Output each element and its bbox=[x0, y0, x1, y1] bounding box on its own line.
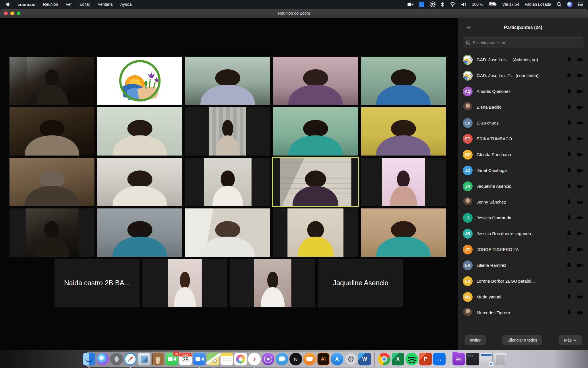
siri-icon[interactable] bbox=[567, 2, 572, 7]
menubar-clock[interactable]: Vie 17:54 bbox=[502, 2, 519, 7]
participant-row[interactable]: JR Jessica Rocafuerte segundo... bbox=[458, 226, 588, 241]
menu-ventana[interactable]: Ventana bbox=[98, 2, 113, 7]
control-list-icon[interactable] bbox=[578, 2, 583, 6]
dock-calendar-icon[interactable]: AGO 28 bbox=[179, 353, 192, 365]
participant-row[interactable]: J Jessica Guaranda bbox=[458, 210, 588, 226]
dock-music-icon[interactable]: ♪ bbox=[248, 353, 261, 365]
participant-row[interactable]: My Maria yagual bbox=[458, 289, 588, 305]
dock-launchpad-icon[interactable] bbox=[110, 353, 123, 365]
dock-books-icon[interactable] bbox=[303, 353, 316, 365]
volume-status-icon[interactable] bbox=[461, 2, 467, 7]
invite-button[interactable]: Invitar bbox=[465, 335, 486, 345]
participant-row[interactable]: LB Lorena Borbor 2BGU paralel... bbox=[458, 273, 588, 289]
dock-separator[interactable] bbox=[449, 352, 449, 367]
dock-photos-icon[interactable] bbox=[234, 353, 247, 365]
bluetooth-status-icon[interactable] bbox=[441, 2, 444, 7]
video-tile[interactable] bbox=[361, 107, 446, 156]
dock-maps-icon[interactable] bbox=[207, 353, 219, 365]
video-tile[interactable] bbox=[9, 57, 94, 105]
participant-row[interactable]: Mercedes Tigrero bbox=[458, 305, 588, 321]
teamviewer-status-icon[interactable]: ↔ bbox=[419, 2, 424, 7]
dock-appstore-icon[interactable]: A bbox=[331, 353, 343, 365]
video-tile[interactable]: Naida castro 2B BA... bbox=[55, 259, 140, 307]
dock-separator[interactable] bbox=[374, 352, 375, 367]
participant-row[interactable]: GAD. Jose Luis T... (coanfitrión) bbox=[458, 68, 588, 83]
dock-word-icon[interactable]: W bbox=[358, 353, 371, 365]
menu-editar[interactable]: Editar bbox=[80, 2, 90, 7]
dock-podcasts-icon[interactable] bbox=[262, 353, 274, 365]
participant-row[interactable]: GAD. Jose Luis... (Anfitrión, yo) bbox=[458, 52, 588, 68]
menu-reunion[interactable]: Reunión bbox=[43, 2, 58, 7]
video-tile[interactable]: Jaqueline Asencio bbox=[318, 259, 403, 307]
video-tile[interactable] bbox=[9, 208, 94, 257]
menubar-user-name[interactable]: Fabian Lozada bbox=[525, 2, 551, 7]
close-window-button[interactable] bbox=[4, 12, 8, 15]
dock-excel-icon[interactable]: X bbox=[392, 353, 404, 365]
video-tile[interactable] bbox=[273, 208, 358, 257]
spotlight-search-icon[interactable] bbox=[557, 2, 562, 7]
dock-mail-icon[interactable] bbox=[138, 353, 150, 365]
video-tile[interactable] bbox=[142, 259, 227, 307]
zoom-camera-status-icon[interactable] bbox=[407, 2, 413, 7]
dock-powerpoint-icon[interactable]: P bbox=[419, 353, 432, 365]
battery-percentage[interactable]: 100 % bbox=[472, 2, 483, 7]
video-tile[interactable] bbox=[9, 158, 94, 206]
video-tile[interactable] bbox=[273, 158, 358, 206]
dock-system-preferences-icon[interactable]: ⚙ bbox=[345, 353, 357, 365]
dock-chrome-icon[interactable] bbox=[378, 353, 390, 365]
dock-notes-icon[interactable] bbox=[220, 353, 233, 365]
participant-row[interactable]: JC Janet Chiriboga bbox=[458, 162, 588, 178]
participant-row[interactable]: ET ERIKA TUMBACO bbox=[458, 131, 588, 147]
apple-menu-icon[interactable] bbox=[6, 2, 10, 7]
dock-zoom-icon[interactable] bbox=[193, 353, 206, 365]
more-button[interactable]: Más bbox=[559, 335, 582, 345]
battery-charging-icon[interactable] bbox=[489, 2, 497, 6]
participant-row[interactable]: GP Glenda Panchana bbox=[458, 147, 588, 162]
zoom-window-button[interactable] bbox=[17, 12, 20, 15]
dock-minimized-window-1[interactable] bbox=[466, 353, 479, 365]
video-tile[interactable] bbox=[185, 208, 270, 257]
participant-row[interactable]: JT JORGE TIGRERO 2A bbox=[458, 241, 588, 257]
dock-finder-icon[interactable] bbox=[83, 353, 95, 365]
dock-facetime-icon[interactable]: 19 bbox=[165, 353, 178, 365]
dock-appletv-icon[interactable]: tv bbox=[289, 353, 302, 365]
dock-safari-icon[interactable] bbox=[124, 353, 137, 365]
video-tile[interactable] bbox=[273, 107, 358, 156]
video-tile[interactable] bbox=[230, 259, 315, 307]
video-tile[interactable] bbox=[273, 57, 358, 105]
participant-row[interactable]: AQ Amadis Quiñonez bbox=[458, 83, 588, 99]
participants-filter-input[interactable] bbox=[463, 37, 583, 48]
dock-spotify-icon[interactable] bbox=[405, 353, 418, 365]
minimize-window-button[interactable] bbox=[10, 12, 14, 15]
menubar-app-name[interactable]: zoom.us bbox=[18, 2, 35, 7]
video-tile[interactable] bbox=[97, 107, 182, 156]
video-tile[interactable] bbox=[97, 57, 182, 105]
video-tile[interactable] bbox=[361, 158, 446, 206]
dock-trash-icon[interactable] bbox=[494, 353, 506, 365]
participant-row[interactable]: Ec Eliza chuez bbox=[458, 115, 588, 131]
video-tile[interactable] bbox=[185, 107, 270, 156]
video-tile[interactable] bbox=[361, 208, 446, 257]
participant-row[interactable]: JA Jaqueline Asencio bbox=[458, 178, 588, 194]
participant-row[interactable]: Jenny Sánchez bbox=[458, 194, 588, 210]
collapse-panel-chevron-icon[interactable] bbox=[466, 26, 471, 29]
mute-all-button[interactable]: Silenciar a todos bbox=[502, 335, 543, 345]
dock-teamviewer-icon[interactable]: ↔ bbox=[433, 353, 446, 365]
dock-after-effects-folder-icon[interactable]: Ae bbox=[452, 353, 465, 365]
menu-ver[interactable]: Ver bbox=[66, 2, 72, 7]
video-tile[interactable] bbox=[97, 208, 182, 257]
menu-ayuda[interactable]: Ayuda bbox=[120, 2, 131, 7]
video-tile[interactable] bbox=[185, 57, 270, 105]
dock-minimized-window-2[interactable] bbox=[480, 353, 493, 365]
video-tile[interactable] bbox=[361, 57, 446, 105]
wifi-status-icon[interactable] bbox=[450, 2, 456, 7]
video-tile[interactable] bbox=[97, 158, 182, 206]
adobe-cc-status-icon[interactable] bbox=[430, 1, 436, 7]
dock-illustrator-icon[interactable]: Ai bbox=[317, 353, 330, 365]
video-tile[interactable] bbox=[185, 158, 270, 206]
dock-contacts-icon[interactable] bbox=[152, 353, 164, 365]
video-tile[interactable] bbox=[9, 107, 94, 156]
participant-row[interactable]: LR Liliana Ramirez bbox=[458, 257, 588, 273]
dock-messages-icon[interactable] bbox=[276, 353, 288, 365]
participant-row[interactable]: Elena Bacilio bbox=[458, 99, 588, 115]
